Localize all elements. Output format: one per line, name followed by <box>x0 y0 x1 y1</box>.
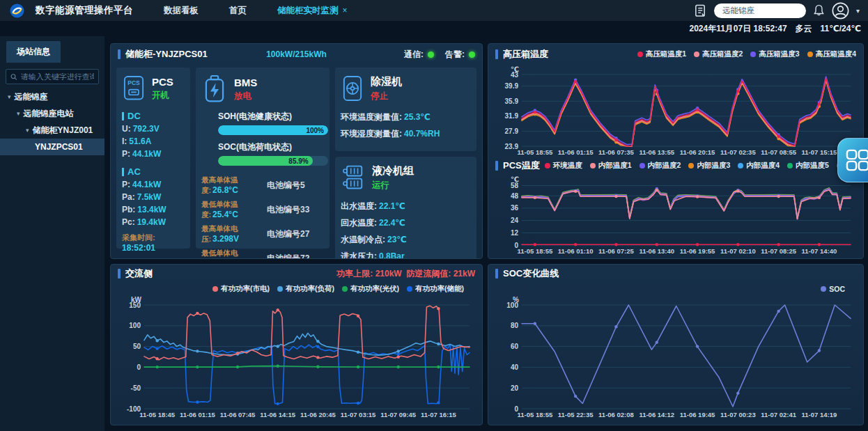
widget-launcher-button[interactable] <box>837 138 868 182</box>
svg-text:40: 40 <box>511 363 519 371</box>
legend-item[interactable]: 高压箱温度3 <box>750 49 799 59</box>
legend-item[interactable]: 有功功率(储能) <box>407 284 464 294</box>
legend-item[interactable]: 环境温度 <box>545 161 582 171</box>
soh-bar-fill: 100% <box>218 125 328 135</box>
legend-label: 内部温度4 <box>746 161 780 171</box>
legend-item[interactable]: 高压箱温度2 <box>694 49 743 59</box>
caret-down-icon[interactable]: ▾ <box>26 127 29 134</box>
svg-text:11-06 02:08: 11-06 02:08 <box>598 411 634 418</box>
svg-text:11-06 01:15: 11-06 01:15 <box>180 411 215 418</box>
legend-item[interactable]: 高压箱温度4 <box>807 49 856 59</box>
legend-label: 有功功率(负荷) <box>286 284 334 294</box>
soc-bar-fill: 85.9% <box>218 156 313 166</box>
legend-label: 高压箱温度2 <box>702 49 743 59</box>
nav-item-home[interactable]: 首页 <box>229 5 247 17</box>
legend-item[interactable]: 有功功率(负荷) <box>277 284 334 294</box>
svg-text:11-05 18:55: 11-05 18:55 <box>518 247 553 255</box>
user-avatar[interactable] <box>832 2 849 19</box>
soc-bar: 85.9% <box>218 156 328 166</box>
svg-text:-50: -50 <box>131 384 141 392</box>
soc-header: SOC变化曲线 <box>488 265 863 283</box>
title-accent-bar <box>495 49 498 59</box>
legend-dot-icon <box>738 163 743 169</box>
svg-text:27.9: 27.9 <box>505 127 519 135</box>
svg-text:35.9: 35.9 <box>505 97 519 105</box>
title-accent-bar <box>118 269 121 279</box>
tab-storage-monitor[interactable]: 储能柜实时监测× <box>277 5 348 17</box>
cabinet-title: 储能柜-YNJZPCS01 <box>125 48 208 61</box>
min-cell-temp-row: 最低单体温度:25.4°C电池编号33 <box>201 200 324 220</box>
legend-item[interactable]: 高压箱温度1 <box>637 49 686 59</box>
pcs-icon: PCS <box>122 74 146 103</box>
caret-down-icon[interactable]: ▾ <box>17 110 20 117</box>
legend-item[interactable]: SOC <box>821 285 845 293</box>
cabinet-panel-header: 储能柜-YNJZPCS01 100kW/215kWh 通信: 告警: <box>111 44 482 65</box>
pcs-temp-legend: 环境温度内部温度1内部温度2内部温度3内部温度4内部温度5内部温度6 <box>545 161 856 171</box>
sidebar-tab-station-info[interactable]: 场站信息 <box>6 41 61 63</box>
legend-item[interactable]: 内部温度2 <box>640 161 681 171</box>
soh-label: SOH(电池健康状态) <box>218 111 324 123</box>
chevron-down-icon[interactable]: ▾ <box>856 7 860 15</box>
alarm-status: 告警: <box>445 49 475 61</box>
svg-text:11-06 07:35: 11-06 07:35 <box>598 148 634 156</box>
hv-temp-legend: 高压箱温度1高压箱温度2高压箱温度3高压箱温度4 <box>637 49 856 59</box>
ac-power: P:44.1kW <box>122 180 185 189</box>
tree-item-root[interactable]: ▾远能锦座 <box>0 88 104 105</box>
pcs-title: PCS <box>152 76 173 88</box>
legend-dot-icon <box>342 286 348 292</box>
comm-status-dot <box>428 52 434 58</box>
svg-text:11-06 20:45: 11-06 20:45 <box>300 411 336 418</box>
inlet-pressure-row: 进水压力:0.8Bar <box>341 251 471 259</box>
ac-power-c: Pc:19.4kW <box>122 217 185 227</box>
legend-dot-icon <box>694 52 699 57</box>
legend-dot-icon <box>640 163 645 169</box>
svg-text:80: 80 <box>511 322 519 329</box>
legend-label: 高压箱温度1 <box>646 49 686 59</box>
bms-title: BMS <box>234 77 257 88</box>
legend-label: SOC <box>829 285 845 293</box>
svg-text:100: 100 <box>129 322 141 329</box>
title-accent-bar <box>118 49 121 59</box>
dehumidifier-title: 除湿机 <box>371 75 402 88</box>
svg-text:11-06 14:15: 11-06 14:15 <box>260 411 295 418</box>
legend-item[interactable]: 内部温度3 <box>688 161 730 171</box>
min-cell-volt-row: 最低单体电压:3.295V电池编号72 <box>201 249 324 259</box>
ac-side-panel: 交流侧 功率上限: 210kW 防逆流阈值: 21kW 有功功率(市电)有功功率… <box>110 264 483 425</box>
temperature-panel: 高压箱温度 高压箱温度1高压箱温度2高压箱温度3高压箱温度4 4339.935.… <box>488 43 864 259</box>
legend-label: 内部温度1 <box>598 161 632 171</box>
station-sidebar: 场站信息 ▾远能锦座 ▾远能锦座电站 ▾储能柜YNJZ001 YNJZPCS01 <box>0 36 104 431</box>
legend-label: 内部温度5 <box>796 161 829 171</box>
legend-item[interactable]: 有功功率(光伏) <box>342 284 399 294</box>
svg-text:39.9: 39.9 <box>505 82 519 90</box>
nav-item-dashboard[interactable]: 数据看板 <box>164 5 199 17</box>
tree-item-cabinet[interactable]: ▾储能柜YNJZ001 <box>0 122 104 139</box>
legend-item[interactable]: 内部温度1 <box>590 161 632 171</box>
report-icon[interactable] <box>694 4 707 17</box>
pcs-card: PCS PCS 开机 DC U:792.3V I:51.6A P:44.1kW … <box>116 68 190 249</box>
tree-item-pcs-selected[interactable]: YNJZPCS01 <box>0 139 104 155</box>
main-content: 储能柜-YNJZPCS01 100kW/215kWh 通信: 告警: PCS <box>109 36 868 431</box>
legend-dot-icon <box>821 286 826 292</box>
ac-side-title: 交流侧 <box>125 267 153 280</box>
station-search-input[interactable] <box>714 3 806 18</box>
legend-label: 内部温度2 <box>648 161 681 171</box>
legend-dot-icon <box>277 286 283 292</box>
legend-item[interactable]: 内部温度5 <box>787 161 829 171</box>
soc-label: SOC(电池荷电状态) <box>218 141 324 153</box>
svg-text:11-07 16:15: 11-07 16:15 <box>421 411 456 418</box>
tab-close-icon[interactable]: × <box>343 6 348 15</box>
svg-text:11-06 20:15: 11-06 20:15 <box>680 148 715 156</box>
legend-dot-icon <box>590 163 596 169</box>
sidebar-search-input[interactable] <box>21 72 94 81</box>
caret-down-icon[interactable]: ▾ <box>8 93 11 100</box>
legend-item[interactable]: 有功功率(市电) <box>212 284 270 294</box>
tree-item-label: 远能锦座 <box>15 91 48 103</box>
tree-item-plant[interactable]: ▾远能锦座电站 <box>0 105 104 122</box>
svg-text:11-07 09:45: 11-07 09:45 <box>380 411 416 418</box>
env-temp-row: 环境温度测量值:25.3℃ <box>341 111 471 123</box>
legend-item[interactable]: 内部温度4 <box>738 161 780 171</box>
dehumidifier-status: 停止 <box>371 91 402 102</box>
svg-text:kW: kW <box>131 296 142 304</box>
notification-bell-icon[interactable] <box>813 4 825 17</box>
legend-label: 环境温度 <box>553 161 582 171</box>
